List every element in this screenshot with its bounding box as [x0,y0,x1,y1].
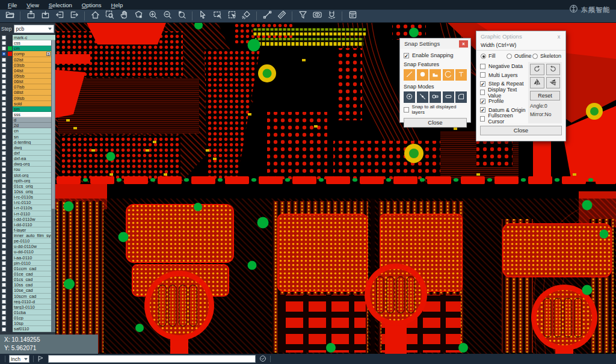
apply-circle-icon[interactable] [259,354,266,364]
layer-row-d[interactable]: d [0,117,55,123]
tool-select-rect-button[interactable] [210,10,224,22]
layer-row-10sp[interactable]: 10sp [0,321,55,326]
layer-visibility-checkbox[interactable] [0,238,7,244]
layer-row-01cs_cad[interactable]: 01cs_cad [0,277,55,282]
layer-visibility-checkbox[interactable] [0,310,7,315]
layer-row-i-dd-0110w[interactable]: i-dd-0110w [0,217,55,222]
layer-row-09lsb[interactable]: 09lsb [0,96,55,101]
tool-pan-button[interactable] [117,10,131,22]
layer-color-swatch[interactable] [7,57,13,63]
layer-color-swatch[interactable] [7,288,13,293]
tool-import-button[interactable] [52,10,67,22]
layer-color-swatch[interactable] [7,227,13,233]
layer-row-i-rr-0110[interactable]: i-rr-0110 [0,211,55,217]
layer-row-cm[interactable]: cm [0,46,55,51]
checkbox-box[interactable]: ✓ [404,53,409,58]
tool-zoom-in-button[interactable] [146,10,160,22]
layer-row-2d[interactable]: 2d [0,123,55,128]
tool-zoom-out-button[interactable] [160,10,174,22]
layer-color-swatch[interactable] [7,282,13,288]
layer-visibility-checkbox[interactable] [0,150,7,156]
layer-color-swatch[interactable] [7,150,13,156]
layer-color-swatch[interactable] [7,112,13,117]
layer-color-swatch[interactable] [7,140,13,145]
layer-color-swatch[interactable] [7,145,13,150]
layer-row-dxf[interactable]: dxf [0,150,55,156]
layer-visibility-checkbox[interactable] [0,261,7,266]
layer-color-swatch[interactable] [7,173,13,178]
layer-row-sm[interactable]: sm [0,106,55,112]
enable-snapping-checkbox[interactable]: ✓ Enable Snapping [404,52,467,58]
layer-visibility-checkbox[interactable] [0,156,7,161]
layer-row-i-dd-0110[interactable]: i-dd-0110 [0,222,55,227]
layer-row-sss[interactable]: sss [0,112,55,117]
menu-view[interactable]: View [22,1,43,9]
layer-row-06lst[interactable]: 06lst [0,79,55,84]
layer-visibility-checkbox[interactable] [0,282,7,288]
tool-filter-button[interactable] [295,10,310,22]
layer-color-swatch[interactable] [7,156,13,161]
layer-color-swatch[interactable] [7,200,13,205]
layer-color-swatch[interactable] [7,205,13,211]
layer-visibility-checkbox[interactable] [0,106,7,112]
snap-circle-button[interactable] [417,69,428,81]
layer-visibility-checkbox[interactable] [0,79,7,84]
layer-row-08lst[interactable]: 08lst [0,90,55,95]
layer-row-npth-org[interactable]: npth-org [0,178,55,184]
snap-pad-button[interactable] [430,69,441,81]
tool-zoom-back-button[interactable] [174,10,189,22]
layer-row-10se_cad[interactable]: 10se_cad [0,288,55,293]
layer-visibility-checkbox[interactable] [0,140,7,145]
layer-row-dwg[interactable]: dwg [0,145,55,150]
layer-row-10ss_orig[interactable]: 10ss_orig [0,189,55,194]
layer-row-sold[interactable]: sold [0,101,55,106]
layer-row-10scm_cad[interactable]: 10scm_cad [0,294,55,299]
layer-color-swatch[interactable] [7,40,13,46]
layer-color-swatch[interactable] [7,266,13,271]
tool-measure-button[interactable] [260,10,274,22]
tool-ruler-button[interactable] [274,10,289,22]
layer-row-reg-0110-d[interactable]: reg-0110-d [0,299,55,304]
layer-visibility-checkbox[interactable] [0,200,7,205]
layer-visibility-checkbox[interactable] [0,73,7,79]
reset-button[interactable]: Reset [530,91,560,100]
snap-center-button[interactable] [404,91,415,103]
layer-visibility-checkbox[interactable] [0,217,7,222]
layer-color-swatch[interactable] [7,101,13,106]
layer-color-swatch[interactable] [7,46,13,51]
layer-visibility-checkbox[interactable] [0,194,7,200]
layer-row-sn[interactable]: sn [0,134,55,140]
menu-options[interactable]: Options [78,1,106,9]
layer-color-swatch[interactable] [7,90,13,95]
close-icon[interactable]: x [459,40,468,48]
menu-help[interactable]: Help [107,1,128,9]
layer-color-swatch[interactable] [7,51,13,57]
snap-close-button[interactable]: Close [404,118,467,128]
layer-visibility-checkbox[interactable] [0,101,7,106]
layer-row-02lst[interactable]: 02lst [0,57,55,63]
layer-row-rou[interactable]: rou [0,167,55,172]
layer-row-targ3-0110[interactable]: targ3-0110 [0,304,55,310]
snap-point-button[interactable] [417,91,428,103]
tool-notes-button[interactable] [345,10,360,22]
checkbox-box[interactable]: ✓ [480,99,485,104]
layer-visibility-checkbox[interactable] [0,294,7,299]
radio-dot[interactable] [532,54,538,59]
radio-fill[interactable]: Fill [481,53,507,59]
mirror-v-button[interactable] [546,77,561,88]
checkbox-box[interactable]: ✓ [480,107,485,113]
layer-visibility-checkbox[interactable] [0,184,7,189]
snap-dialog-titlebar[interactable]: Snap Settings x [400,39,470,49]
layer-color-swatch[interactable] [7,310,13,315]
rotate-ccw-button[interactable] [546,64,561,75]
layer-visibility-checkbox[interactable] [0,321,7,326]
layer-visibility-checkbox[interactable] [0,173,7,178]
layer-visibility-checkbox[interactable] [0,57,7,63]
layer-color-swatch[interactable] [7,217,13,222]
layer-row-f-layer[interactable]: f-layer [0,227,55,233]
layer-visibility-checkbox[interactable] [0,123,7,128]
layer-row-inner_auto_film_symb[interactable]: inner_auto_film_symb [0,233,55,238]
layer-color-swatch[interactable] [7,238,13,244]
close-icon[interactable]: x [555,34,563,40]
checkbox-box[interactable] [480,90,485,95]
